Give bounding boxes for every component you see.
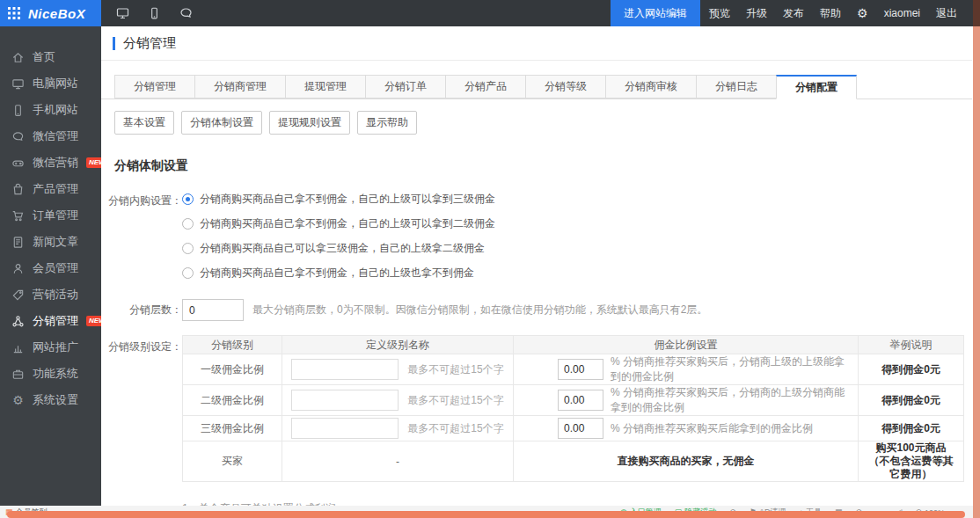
example-cell: 得到佣金0元: [859, 385, 964, 416]
desktop-view-icon[interactable]: [115, 6, 130, 20]
col-header-example: 举例说明: [859, 336, 964, 354]
rate-description: % 分销商推荐买家购买后，分销商的上级分销商能拿到的佣金比例: [611, 385, 852, 415]
sidebar-item-label: 营销活动: [33, 287, 78, 303]
sidebar-item-mobile-site[interactable]: 手机网站: [0, 97, 101, 123]
sidebar-item-label: 电脑网站: [33, 76, 78, 91]
example-cell: 得到佣金0元: [859, 416, 964, 441]
subtab-system-settings[interactable]: 分销体制设置: [181, 111, 262, 135]
sidebar-item-order-management[interactable]: 订单管理: [0, 202, 101, 229]
internal-purchase-setting: 分销内购设置： 分销商购买商品自己拿不到佣金，自己的上级可以拿到三级佣金 分销商…: [101, 186, 972, 285]
level1-rate-input[interactable]: [558, 359, 603, 380]
radio-icon[interactable]: [182, 218, 194, 230]
logout-link[interactable]: 退出: [929, 6, 964, 21]
sidebar-item-pc-site[interactable]: 电脑网站: [0, 70, 101, 97]
user-icon: [11, 262, 25, 275]
tab-distributor-review[interactable]: 分销商审核: [605, 75, 697, 98]
tab-bar: 分销管理 分销商管理 提现管理 分销订单 分销产品 分销等级 分销商审核 分销日…: [101, 61, 972, 99]
radio-option-text: 分销商购买商品自己拿不到佣金，自己的上级可以拿到三级佣金: [200, 192, 495, 207]
radio-option-text: 分销商购买商品自己拿不到佣金，自己的上级也拿不到佣金: [200, 266, 474, 281]
cart-icon: [11, 209, 25, 223]
sidebar-item-system-settings[interactable]: ⚙ 系统设置: [0, 387, 101, 413]
sidebar-item-site-promotion[interactable]: 网站推广: [0, 334, 101, 361]
sidebar-nav: 首页 电脑网站 手机网站 微信管理 微信营销 NEW 产品管理 订单管理: [0, 26, 101, 506]
username-label[interactable]: xiaomei: [877, 7, 927, 19]
grade-label: 分销级别设定：: [101, 335, 182, 354]
level3-rate-input[interactable]: [558, 418, 603, 439]
level3-name-input[interactable]: [291, 418, 399, 439]
sidebar-item-label: 微信营销: [33, 155, 78, 171]
col-header-rate: 佣金比例设置: [514, 336, 859, 354]
sidebar-item-news-articles[interactable]: 新闻文章: [0, 229, 101, 255]
tag-icon: [11, 288, 25, 302]
levels-help-text: 最大分销商层数，0为不限制。因微信分销限制，如在微信使用分销功能，系统默认最高只…: [252, 303, 707, 317]
sidebar-item-distribution-management[interactable]: 分销管理 NEW: [0, 308, 101, 334]
tab-withdrawal-management[interactable]: 提现管理: [285, 75, 366, 98]
sidebar-item-wechat-management[interactable]: 微信管理: [0, 123, 101, 150]
radio-option-1[interactable]: 分销商购买商品自己拿不到佣金，自己的上级可以拿到三级佣金: [182, 186, 495, 211]
desktop-icon: [11, 77, 25, 91]
radio-option-2[interactable]: 分销商购买商品自己拿不到佣金，自己的上级可以拿到二级佣金: [182, 211, 495, 236]
radio-option-4[interactable]: 分销商购买商品自己拿不到佣金，自己的上级也拿不到佣金: [182, 260, 495, 285]
sidebar-item-member-management[interactable]: 会员管理: [0, 255, 101, 281]
radio-selected-icon[interactable]: [182, 193, 194, 205]
bar-chart-icon: [11, 341, 25, 354]
levels-input[interactable]: [182, 299, 244, 321]
rate-description: % 分销商推荐买家购买后能拿到的佣金比例: [611, 421, 813, 436]
help-link[interactable]: 帮助: [813, 6, 848, 21]
sidebar-item-product-management[interactable]: 产品管理: [0, 176, 101, 202]
logo-area[interactable]: NiceBoX: [0, 0, 101, 26]
wechat-view-icon[interactable]: [179, 6, 194, 20]
sidebar-item-label: 首页: [33, 49, 55, 65]
sidebar-item-home[interactable]: 首页: [0, 44, 101, 70]
sidebar-item-marketing-campaign[interactable]: 营销活动: [0, 281, 101, 308]
radio-icon[interactable]: [182, 267, 194, 279]
page-title: 分销管理: [123, 35, 176, 52]
device-switcher: [101, 0, 194, 26]
orange-accent-bar: [7, 511, 965, 518]
sidebar-item-wechat-marketing[interactable]: 微信营销 NEW: [0, 150, 101, 176]
settings-gear-icon[interactable]: ⚙: [850, 6, 875, 20]
radio-option-3[interactable]: 分销商购买商品自己可以拿三级佣金，自己的上级拿二级佣金: [182, 236, 495, 260]
app-window: NiceBoX 进入网站编辑 预览 升级 发布 帮助 ⚙ xiaomei 退出: [0, 0, 980, 518]
level-cell: 买家: [183, 441, 282, 482]
tab-distribution-orders[interactable]: 分销订单: [365, 75, 446, 98]
radio-icon[interactable]: [182, 243, 194, 254]
sidebar-item-label: 产品管理: [33, 181, 78, 197]
top-bar: NiceBoX 进入网站编辑 预览 升级 发布 帮助 ⚙ xiaomei 退出: [0, 0, 980, 26]
title-accent-bar: [113, 37, 115, 50]
preview-link[interactable]: 预览: [702, 6, 737, 21]
page-header: 分销管理: [101, 26, 972, 61]
subtab-show-help[interactable]: 显示帮助: [357, 111, 417, 135]
level2-rate-input[interactable]: [558, 390, 603, 411]
product-bag-icon: [11, 183, 25, 196]
app-grid-icon[interactable]: [8, 7, 20, 19]
table-row-level1: 一级佣金比例 最多不可超过15个字 % 分销商推荐买家购买后，分销商上级的上级能…: [183, 354, 964, 385]
grade-setting: 分销级别设定： 分销级别 定义级别名称 佣金比例设置 举例说明 一级佣金比例 最…: [101, 335, 972, 482]
tab-distribution-management[interactable]: 分销管理: [114, 75, 195, 98]
tab-distributor-management[interactable]: 分销商管理: [194, 75, 286, 98]
example-cell: 购买100元商品 （不包含运费等其它费用）: [859, 441, 964, 482]
distribution-levels-setting: 分销层数： 最大分销商层数，0为不限制。因微信分销限制，如在微信使用分销功能，系…: [101, 299, 972, 321]
mobile-view-icon[interactable]: [148, 6, 161, 20]
col-header-name: 定义级别名称: [282, 336, 514, 354]
level-cell: 三级佣金比例: [183, 416, 282, 441]
sub-tab-bar: 基本设置 分销体制设置 提现规则设置 显示帮助: [114, 111, 972, 135]
tab-distribution-config[interactable]: 分销配置: [776, 75, 857, 99]
level1-name-input[interactable]: [291, 359, 399, 380]
level2-name-input[interactable]: [291, 390, 399, 411]
home-icon: [11, 51, 25, 64]
tab-distribution-products[interactable]: 分销产品: [445, 75, 526, 98]
brand-logo: NiceBoX: [28, 6, 85, 21]
enter-site-edit-button[interactable]: 进入网站编辑: [611, 0, 700, 26]
subtab-withdrawal-rules[interactable]: 提现规则设置: [269, 111, 350, 135]
tab-distribution-log[interactable]: 分销日志: [696, 75, 777, 98]
radio-option-text: 分销商购买商品自己拿不到佣金，自己的上级可以拿到二级佣金: [200, 216, 495, 231]
upgrade-link[interactable]: 升级: [739, 6, 774, 21]
subtab-basic-settings[interactable]: 基本设置: [114, 111, 174, 135]
sidebar-item-function-system[interactable]: 功能系统: [0, 361, 101, 387]
sidebar-item-label: 订单管理: [33, 208, 78, 223]
internal-purchase-label: 分销内购设置：: [101, 186, 182, 208]
grade-table: 分销级别 定义级别名称 佣金比例设置 举例说明 一级佣金比例 最多不可超过15个…: [182, 335, 964, 482]
publish-link[interactable]: 发布: [776, 6, 811, 21]
tab-distribution-grades[interactable]: 分销等级: [525, 75, 606, 98]
